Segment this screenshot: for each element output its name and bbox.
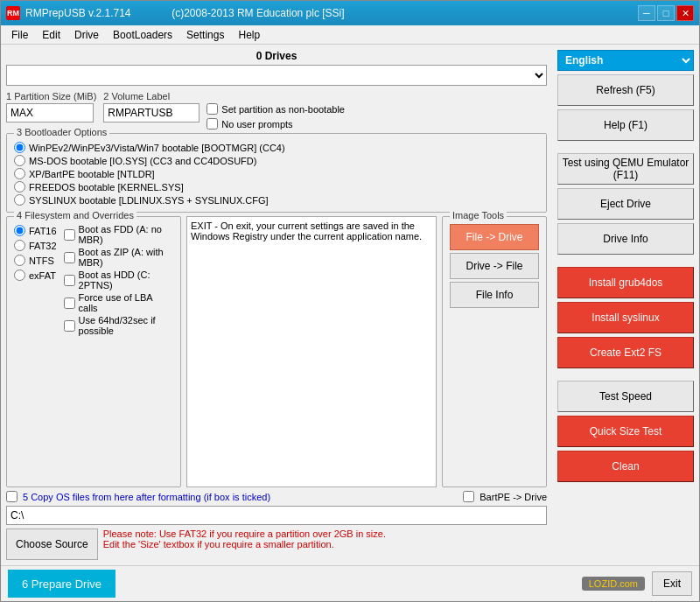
override-4: Use 64hd/32sec if possible — [64, 315, 173, 336]
fs-label-exfat: exFAT — [29, 270, 56, 281]
syslinux-button[interactable]: Install syslinux — [557, 302, 694, 333]
menu-drive[interactable]: Drive — [67, 27, 106, 43]
partition-size-input[interactable] — [6, 103, 94, 122]
bartpe-label: BartPE -> Drive — [480, 492, 547, 502]
grub4dos-button[interactable]: Install grub4dos — [557, 267, 694, 298]
bootloader-option-0: WinPEv2/WinPEv3/Vista/Win7 bootable [BOO… — [14, 141, 539, 154]
no-prompts-checkbox[interactable] — [206, 118, 218, 130]
bootloader-label-3: FREEDOS bootable [KERNEL.SYS] — [29, 182, 184, 192]
file-to-drive-button[interactable]: File -> Drive — [450, 224, 539, 250]
image-tools-section: Image Tools File -> Drive Drive -> File … — [442, 216, 547, 487]
partition-size-label: 1 Partition Size (MiB) — [6, 91, 96, 102]
exit-button[interactable]: Exit — [652, 571, 692, 596]
refresh-button[interactable]: Refresh (F5) — [557, 74, 694, 106]
filesystem-inner: FAT16 FAT32 NTFS — [14, 224, 173, 336]
quick-size-button[interactable]: Quick Size Test — [557, 416, 694, 447]
fs-radio-exfat[interactable] — [14, 270, 25, 281]
non-bootable-label: Set partition as non-bootable — [221, 104, 345, 115]
override-checkbox-4[interactable] — [64, 320, 75, 332]
fs-label-ntfs: NTFS — [29, 256, 54, 266]
non-bootable-row: Set partition as non-bootable — [206, 103, 345, 115]
bootloader-label-2: XP/BartPE bootable [NTLDR] — [29, 169, 155, 179]
fs-radio-group: FAT16 FAT32 NTFS — [14, 224, 57, 336]
note-line-1: Please note: Use FAT32 if you require a … — [103, 528, 547, 539]
help-button[interactable]: Help (F1) — [557, 109, 694, 141]
override-2: Boot as HDD (C: 2PTNS) — [64, 270, 173, 290]
title-bar-controls: ─ □ ✕ — [638, 5, 694, 21]
eject-drive-button[interactable]: Eject Drive — [557, 188, 694, 220]
bootloader-radio-0[interactable] — [14, 142, 25, 153]
fs-radio-fat16[interactable] — [14, 225, 25, 236]
override-checkbox-1[interactable] — [64, 252, 75, 263]
volume-label-label: 2 Volume Label — [103, 91, 200, 102]
override-0: Boot as FDD (A: no MBR) — [64, 224, 173, 245]
fs-label-fat32: FAT32 — [29, 241, 57, 251]
volume-label-input[interactable] — [103, 103, 200, 122]
bootloader-radio-2[interactable] — [14, 168, 25, 179]
path-input[interactable] — [6, 506, 547, 525]
prepare-drive-button[interactable]: 6 Prepare Drive — [8, 570, 116, 598]
main-content: 0 Drives 1 Partition Size (MiB) 2 Volume… — [1, 45, 699, 565]
non-bootable-checkbox[interactable] — [206, 103, 218, 115]
divider-3 — [557, 372, 694, 377]
bartpe-checkbox[interactable] — [463, 491, 474, 502]
bootloader-option-3: FREEDOS bootable [KERNEL.SYS] — [14, 180, 539, 193]
bootloader-radio-1[interactable] — [14, 155, 25, 166]
bootloader-radio-3[interactable] — [14, 181, 25, 192]
clean-button[interactable]: Clean — [557, 451, 694, 482]
override-3: Force use of LBA calls — [64, 292, 173, 313]
fs-radio-ntfs[interactable] — [14, 255, 25, 266]
copy-os-row: 5 Copy OS files from here after formatti… — [6, 491, 547, 502]
note-text: Please note: Use FAT32 if you require a … — [103, 528, 547, 550]
volume-label-group: 2 Volume Label — [103, 91, 200, 122]
fs-ntfs: NTFS — [14, 254, 57, 267]
drive-to-file-button[interactable]: Drive -> File — [450, 253, 539, 279]
partition-options: Set partition as non-bootable No user pr… — [206, 91, 345, 130]
choose-source-button[interactable]: Choose Source — [6, 528, 98, 560]
app-icon: RM — [6, 6, 20, 20]
fs-fat32: FAT32 — [14, 239, 57, 252]
bootloader-radio-4[interactable] — [14, 194, 25, 206]
filesystem-section-title: 4 Filesystem and Overrides — [14, 210, 136, 220]
left-panel: 0 Drives 1 Partition Size (MiB) 2 Volume… — [1, 45, 552, 565]
copy-os-checkbox[interactable] — [6, 491, 18, 502]
minimize-button[interactable]: ─ — [638, 5, 655, 21]
bottom-sections: 4 Filesystem and Overrides FAT16 FAT32 — [6, 216, 547, 487]
image-tools-buttons: File -> Drive Drive -> File File Info — [450, 224, 539, 311]
menu-bar: File Edit Drive BootLoaders Settings Hel… — [1, 25, 699, 45]
source-row: Choose Source Please note: Use FAT32 if … — [6, 528, 547, 560]
close-button[interactable]: ✕ — [676, 5, 694, 21]
ext2-button[interactable]: Create Ext2 FS — [557, 337, 694, 368]
file-info-button[interactable]: File Info — [450, 282, 539, 308]
menu-help[interactable]: Help — [231, 27, 267, 43]
menu-settings[interactable]: Settings — [179, 27, 231, 43]
maximize-button[interactable]: □ — [657, 5, 675, 21]
language-select[interactable]: English — [557, 50, 694, 71]
bootloader-option-1: MS-DOS bootable [IO.SYS] (CC3 and CC4DOS… — [14, 154, 539, 167]
bootloader-option-4: SYSLINUX bootable [LDLINUX.SYS + SYSLINU… — [14, 193, 539, 206]
no-prompts-row: No user prompts — [206, 118, 345, 130]
qemu-button[interactable]: Test using QEMU Emulator (F11) — [557, 153, 694, 185]
partition-size-group: 1 Partition Size (MiB) — [6, 91, 96, 122]
main-window: RM RMPrepUSB v.2.1.714 (c)2008-2013 RM E… — [0, 0, 700, 602]
fs-radio-fat32[interactable] — [14, 240, 25, 251]
menu-edit[interactable]: Edit — [35, 27, 67, 43]
override-label-3: Force use of LBA calls — [79, 292, 173, 313]
bottom-bar: 6 Prepare Drive LOZID.com Exit — [1, 565, 699, 601]
divider-1 — [557, 144, 694, 150]
menu-bootloaders[interactable]: BootLoaders — [106, 27, 179, 43]
bootloader-options: WinPEv2/WinPEv3/Vista/Win7 bootable [BOO… — [14, 141, 539, 206]
test-speed-button[interactable]: Test Speed — [557, 381, 694, 412]
bootloader-label-0: WinPEv2/WinPEv3/Vista/Win7 bootable [BOO… — [29, 143, 285, 153]
drives-label: 0 Drives — [6, 50, 547, 62]
override-checkbox-2[interactable] — [64, 275, 75, 286]
drives-combo[interactable] — [6, 65, 547, 86]
divider-2 — [557, 258, 694, 263]
filesystem-section: 4 Filesystem and Overrides FAT16 FAT32 — [6, 216, 181, 487]
drive-info-button[interactable]: Drive Info — [557, 223, 694, 255]
override-checkbox-3[interactable] — [64, 298, 75, 309]
override-checkbox-0[interactable] — [64, 229, 75, 241]
override-label-4: Use 64hd/32sec if possible — [79, 315, 173, 336]
right-panel: English Refresh (F5) Help (F1) Test usin… — [552, 45, 699, 565]
menu-file[interactable]: File — [4, 27, 35, 43]
